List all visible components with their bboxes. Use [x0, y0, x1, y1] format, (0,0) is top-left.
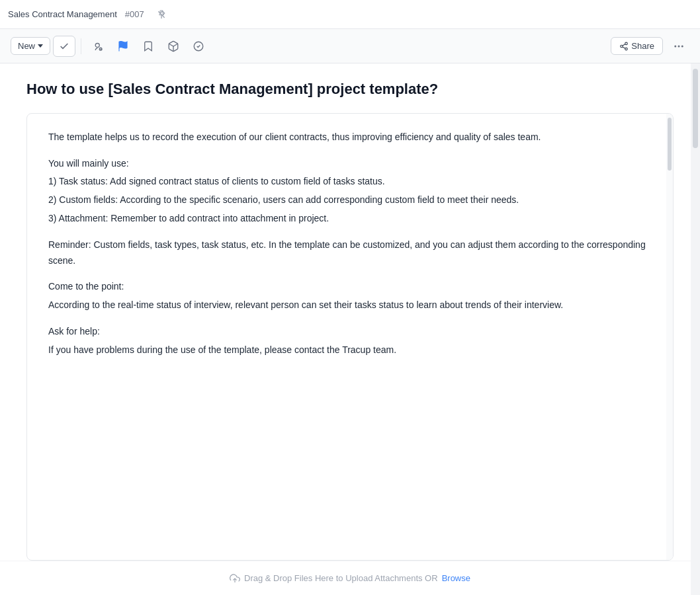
- svg-point-7: [625, 42, 628, 44]
- share-label: Share: [631, 41, 654, 51]
- paragraph-8-text: According to the real-time status of int…: [48, 298, 656, 313]
- share-button[interactable]: Share: [611, 37, 663, 55]
- bookmark-button[interactable]: [137, 36, 159, 57]
- chevron-down-icon: [38, 44, 43, 48]
- paragraph-6: Reminder: Custom fields, task types, tas…: [48, 237, 656, 269]
- toolbar: New: [0, 29, 700, 63]
- inner-scrollbar[interactable]: [666, 114, 673, 560]
- upload-label: Drag & Drop Files Here to Upload Attachm…: [244, 573, 438, 583]
- paragraph-9: Ask for help: If you have problems durin…: [48, 324, 656, 358]
- upload-bar: Drag & Drop Files Here to Upload Attachm…: [0, 561, 700, 595]
- outer-scrollbar[interactable]: [691, 63, 700, 595]
- toolbar-divider-1: [81, 38, 81, 54]
- user-search-button[interactable]: [87, 36, 109, 57]
- main-content: How to use [Sales Contract Management] p…: [0, 63, 700, 595]
- pin-button[interactable]: [152, 5, 171, 24]
- svg-point-9: [625, 48, 628, 50]
- check-button[interactable]: [53, 36, 75, 57]
- upload-icon: [230, 573, 240, 584]
- svg-point-14: [681, 45, 683, 47]
- browse-link[interactable]: Browse: [442, 573, 470, 583]
- more-button[interactable]: [668, 36, 689, 57]
- svg-point-2: [95, 43, 99, 47]
- content-wrapper: How to use [Sales Contract Management] p…: [0, 63, 700, 561]
- new-button-label: New: [18, 41, 35, 51]
- new-button[interactable]: New: [11, 37, 50, 55]
- circle-check-button[interactable]: [187, 36, 210, 57]
- paragraph-10-text: If you have problems during the use of t…: [48, 342, 656, 358]
- paragraph-4-text: 2) Custom fields: According to the speci…: [48, 192, 656, 208]
- paragraph-2: You will mainly use: 1) Task status: Add…: [48, 156, 656, 227]
- paragraph-9-text: Ask for help:: [48, 324, 656, 340]
- outer-scroll-thumb: [693, 69, 698, 148]
- paragraph-3-text: 1) Task status: Add signed contract stat…: [48, 174, 656, 190]
- flag-button[interactable]: [112, 36, 134, 57]
- paragraph-7: Come to the point: According to the real…: [48, 279, 656, 313]
- paragraph-1-text: The template helps us to record the exec…: [48, 130, 656, 145]
- svg-line-10: [623, 46, 625, 48]
- share-icon: [619, 42, 629, 51]
- paragraph-2-text: You will mainly use:: [48, 156, 656, 172]
- document-card: The template helps us to record the exec…: [26, 113, 674, 561]
- page-title: How to use [Sales Contract Management] p…: [26, 79, 674, 100]
- toolbar-left: New: [11, 36, 210, 57]
- svg-point-12: [674, 45, 676, 47]
- svg-point-8: [621, 45, 623, 48]
- document-title: Sales Contract Management: [8, 9, 117, 19]
- more-icon: [673, 40, 685, 52]
- svg-point-13: [678, 45, 680, 47]
- paragraph-1: The template helps us to record the exec…: [48, 130, 656, 145]
- svg-line-11: [623, 44, 625, 45]
- top-bar: Sales Contract Management #007: [0, 0, 700, 29]
- paragraph-6-text: Reminder: Custom fields, task types, tas…: [48, 237, 656, 269]
- document-id: #007: [125, 9, 144, 19]
- toolbar-right: Share: [611, 36, 689, 57]
- paragraph-7-text: Come to the point:: [48, 279, 656, 295]
- paragraph-5-text: 3) Attachment: Remember to add contract …: [48, 211, 656, 227]
- inner-scroll-thumb: [668, 118, 672, 171]
- cube-button[interactable]: [162, 36, 185, 57]
- document-body[interactable]: The template helps us to record the exec…: [27, 114, 666, 560]
